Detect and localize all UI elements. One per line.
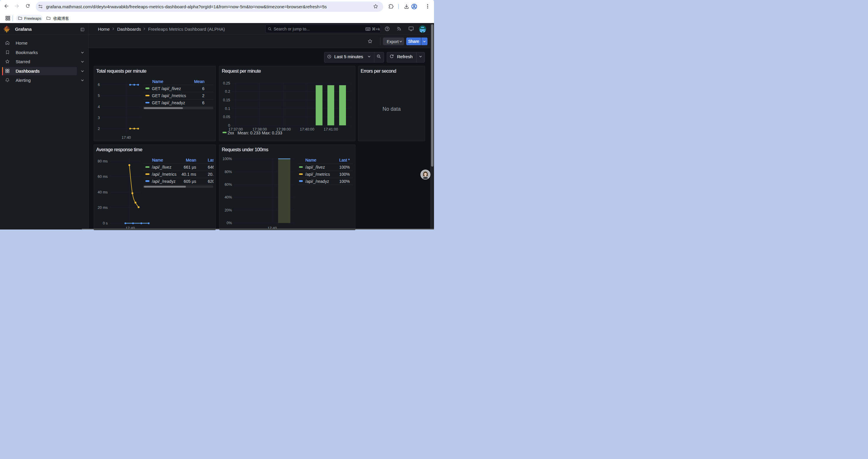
svg-text:0.15: 0.15 <box>223 98 230 102</box>
svg-text:0.2: 0.2 <box>225 90 230 94</box>
svg-text:4: 4 <box>98 105 100 109</box>
svg-text:100%: 100% <box>222 157 232 161</box>
svg-text:60%: 60% <box>224 183 232 187</box>
svg-text:17:40:00: 17:40:00 <box>300 127 314 131</box>
svg-text:5: 5 <box>98 94 100 98</box>
svg-text:0.25: 0.25 <box>223 81 230 85</box>
svg-text:40 ms: 40 ms <box>97 190 107 194</box>
svg-text:6: 6 <box>98 83 100 87</box>
svg-text:17:41:00: 17:41:00 <box>323 127 338 131</box>
svg-text:0.1: 0.1 <box>225 107 230 111</box>
svg-text:80%: 80% <box>224 170 232 174</box>
svg-text:2: 2 <box>98 127 100 131</box>
svg-text:0%: 0% <box>226 221 232 225</box>
svg-text:80 ms: 80 ms <box>97 159 107 163</box>
svg-text:20%: 20% <box>224 208 232 212</box>
svg-text:0: 0 <box>228 124 230 128</box>
svg-text:60 ms: 60 ms <box>97 174 107 179</box>
svg-text:0.05: 0.05 <box>223 115 230 119</box>
svg-text:3: 3 <box>98 116 100 120</box>
svg-text:40%: 40% <box>224 195 232 199</box>
svg-text:0 s: 0 s <box>103 221 108 225</box>
svg-text:20 ms: 20 ms <box>97 205 107 210</box>
svg-text:17:40: 17:40 <box>121 136 131 140</box>
